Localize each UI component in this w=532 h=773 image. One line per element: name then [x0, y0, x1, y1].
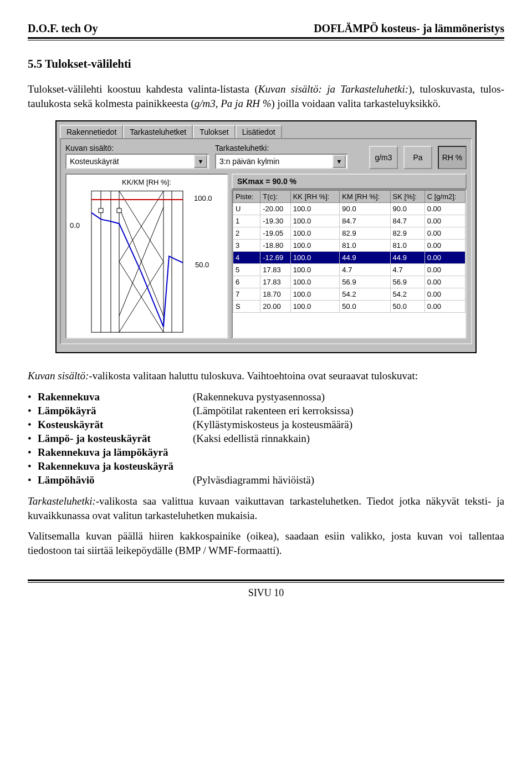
x-tick-left: 0.0	[70, 221, 80, 230]
table-cell: 6	[233, 276, 260, 288]
col-header[interactable]: T(c):	[260, 191, 290, 203]
table-cell: 100.0	[290, 301, 340, 313]
y-tick-50: 50.0	[195, 261, 209, 269]
bullet-icon: •	[28, 391, 38, 403]
table-cell: 100.0	[290, 276, 340, 288]
footer-rule-thin	[28, 582, 504, 583]
table-cell: 84.7	[390, 215, 424, 227]
table-row[interactable]: U-20.00100.090.090.00.00	[233, 203, 466, 215]
table-cell: 100.0	[290, 203, 340, 215]
table-cell: 0.00	[424, 276, 465, 288]
table-row[interactable]: 617.83100.056.956.90.00	[233, 276, 466, 288]
app-screenshot: Rakennetiedot Tarkasteluhetket Tulokset …	[55, 120, 477, 353]
table-cell: -18.80	[260, 240, 290, 252]
dd2-value: 3:n päivän kylmin	[216, 157, 331, 166]
svg-rect-15	[117, 208, 121, 213]
header-left: D.O.F. tech Oy	[28, 22, 98, 35]
chart-title-text: KK/KM [RH %]:	[122, 178, 171, 186]
option-desc: (Kaksi edellistä rinnakkain)	[193, 433, 504, 445]
table-cell: 0.00	[424, 252, 465, 264]
unit-rh-button[interactable]: RH %	[438, 146, 467, 169]
table-row[interactable]: 517.83100.04.74.70.00	[233, 264, 466, 276]
rule-thin	[28, 40, 504, 40]
list-item: •Rakennekuva ja lämpökäyrä	[28, 446, 504, 459]
table-row[interactable]: 2-19.05100.082.982.90.00	[233, 227, 466, 240]
dd-tarkasteluhetki[interactable]: 3:n päivän kylmin ▼	[215, 154, 348, 169]
skmax-label: SKmax = 90.0 %	[232, 174, 467, 189]
bullet-icon: •	[28, 446, 38, 459]
list-item: •Kosteuskäyrät(Kyllästymiskosteus ja kos…	[28, 419, 504, 431]
table-cell: 56.9	[390, 276, 424, 288]
col-header[interactable]: Piste:	[233, 191, 260, 203]
chart-area[interactable]: KK/KM [RH %]: 100.0 50.0 0.0	[65, 174, 228, 339]
intro-paragraph: Tulokset-välilehti koostuu kahdesta vali…	[28, 82, 504, 110]
bullet-icon: •	[28, 433, 38, 445]
table-cell: 100.0	[290, 252, 340, 264]
table-row[interactable]: 3-18.80100.081.081.00.00	[233, 240, 466, 252]
body2: Kuvan sisältö:-valikosta valitaan halutt…	[28, 369, 504, 383]
table-cell: S	[233, 301, 260, 313]
table-cell: -20.00	[260, 203, 290, 215]
table-row[interactable]: 4-12.69100.044.944.90.00	[233, 252, 466, 264]
table-cell: -12.69	[260, 252, 290, 264]
tab-tarkasteluhetket[interactable]: Tarkasteluhetket	[123, 125, 193, 138]
table-cell: 0.00	[424, 301, 465, 313]
footer-rule-thick	[28, 579, 504, 581]
col-header[interactable]: KK [RH %]:	[290, 191, 340, 203]
dd1-label: Kuvan sisältö:	[65, 144, 209, 152]
results-table[interactable]: Piste:T(c):KK [RH %]:KM [RH %]:SK [%]:C …	[232, 189, 467, 339]
table-cell: U	[233, 203, 260, 215]
table-cell: 50.0	[390, 301, 424, 313]
table-cell: 4.7	[340, 264, 390, 276]
table-cell: 0.00	[424, 203, 465, 215]
table-cell: 3	[233, 240, 260, 252]
dd2-label: Tarkasteluhetki:	[215, 144, 348, 152]
col-header[interactable]: KM [RH %]:	[340, 191, 390, 203]
table-cell: -19.30	[260, 215, 290, 227]
table-cell: 20.00	[260, 301, 290, 313]
svg-rect-14	[99, 208, 103, 213]
chevron-down-icon: ▼	[194, 155, 207, 168]
table-cell: 17.83	[260, 276, 290, 288]
table-cell: 81.0	[390, 240, 424, 252]
table-cell: 90.0	[390, 203, 424, 215]
bullet-icon: •	[28, 460, 38, 472]
tabstrip: Rakennetiedot Tarkasteluhetket Tulokset …	[57, 121, 475, 138]
table-cell: 82.9	[340, 227, 390, 240]
table-cell: 17.83	[260, 264, 290, 276]
option-label: Lämpöhäviö	[38, 474, 193, 486]
tab-lisatiedot[interactable]: Lisätiedot	[236, 125, 282, 138]
table-cell: 2	[233, 227, 260, 240]
table-cell: 50.0	[340, 301, 390, 313]
table-cell: 0.00	[424, 264, 465, 276]
table-row[interactable]: 718.70100.054.254.20.00	[233, 288, 466, 301]
bullet-icon: •	[28, 474, 38, 486]
table-cell: 1	[233, 215, 260, 227]
options-list: •Rakennekuva(Rakennekuva pystyasennossa)…	[28, 391, 504, 486]
body3: Tarkasteluhetki:-valikosta saa valittua …	[28, 494, 504, 522]
table-row[interactable]: 1-19.30100.084.784.70.00	[233, 215, 466, 227]
col-header[interactable]: SK [%]:	[390, 191, 424, 203]
table-cell: 100.0	[290, 215, 340, 227]
table-row[interactable]: S20.00100.050.050.00.00	[233, 301, 466, 313]
tab-panel: Kuvan sisältö: Kosteuskäyrät ▼ Tarkastel…	[60, 138, 472, 344]
list-item: •Lämpöhäviö(Pylväsdiagrammi häviöistä)	[28, 474, 504, 486]
table-cell: 0.00	[424, 227, 465, 240]
unit-pa-button[interactable]: Pa	[403, 146, 432, 169]
chevron-down-icon: ▼	[332, 155, 346, 168]
option-label: Kosteuskäyrät	[38, 419, 193, 431]
bullet-icon: •	[28, 405, 38, 417]
dd-kuvan-sisalto[interactable]: Kosteuskäyrät ▼	[65, 154, 209, 169]
table-cell: 100.0	[290, 264, 340, 276]
tab-tulokset[interactable]: Tulokset	[193, 125, 235, 138]
table-cell: 4	[233, 252, 260, 264]
option-label: Rakennekuva ja lämpökäyrä	[38, 446, 193, 459]
unit-gm3-button[interactable]: g/m3	[369, 146, 398, 169]
table-cell: 100.0	[290, 288, 340, 301]
table-cell: 7	[233, 288, 260, 301]
col-header[interactable]: C [g/m2]:	[424, 191, 465, 203]
bullet-icon: •	[28, 419, 38, 431]
tab-rakennetiedot[interactable]: Rakennetiedot	[60, 125, 123, 138]
list-item: •Lämpökäyrä(Lämpötilat rakenteen eri ker…	[28, 405, 504, 417]
table-cell: 56.9	[340, 276, 390, 288]
